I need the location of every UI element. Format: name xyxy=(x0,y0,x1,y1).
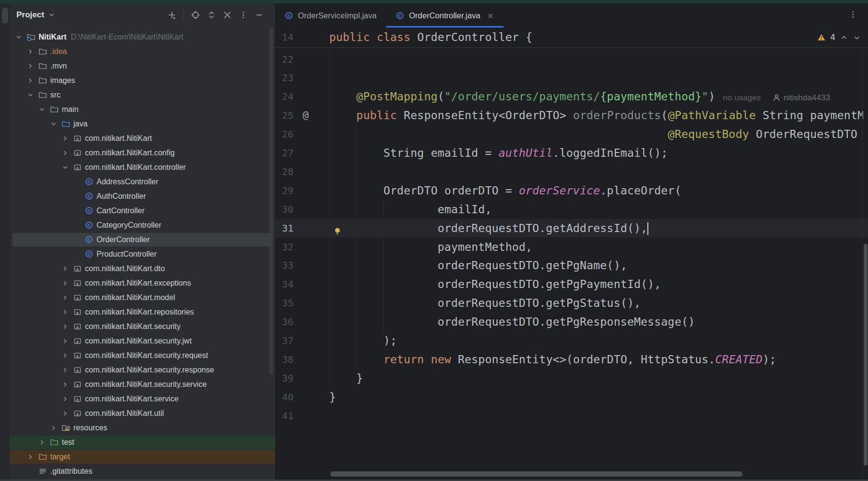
chevron-right-icon[interactable] xyxy=(62,367,69,373)
editor-vertical-scrollbar[interactable] xyxy=(864,244,868,466)
inspections-widget[interactable]: 4 xyxy=(817,27,861,47)
tree-item-resources[interactable]: resources xyxy=(10,421,275,435)
line-number[interactable]: 41 xyxy=(275,407,294,426)
chevron-down-icon[interactable] xyxy=(39,106,45,113)
line-number[interactable]: 23 xyxy=(275,69,294,87)
tree-item-categorycontroller[interactable]: CCategoryController xyxy=(10,218,275,233)
tree-item-nitikart[interactable]: NitiKartD:\NitiKart-Ecom\NitiKart\NitiKa… xyxy=(10,30,275,44)
chevron-down-icon[interactable] xyxy=(27,92,34,98)
line-number[interactable]: 36 xyxy=(275,313,294,331)
code-line-32[interactable]: 32 paymentMethod, xyxy=(275,238,868,257)
line-number[interactable]: 26 xyxy=(275,125,294,144)
code-line-28[interactable]: 28 xyxy=(275,163,868,181)
chevron-right-icon[interactable] xyxy=(27,454,34,460)
tree-item-target[interactable]: target xyxy=(10,450,275,464)
code-line-37[interactable]: 37 ); xyxy=(275,331,868,350)
tree-item-test[interactable]: test xyxy=(10,435,275,450)
line-number[interactable]: 40 xyxy=(275,388,294,407)
no-usages-hint[interactable]: no usages xyxy=(723,93,761,102)
tree-item-ordercontroller[interactable]: COrderController xyxy=(10,233,275,247)
line-number[interactable]: 24 xyxy=(275,87,294,106)
line-number[interactable]: 28 xyxy=(275,163,294,181)
tree-item-addresscontroller[interactable]: CAddressController xyxy=(10,175,275,189)
tree-item-com-nitikart-nitikart-exceptions[interactable]: com.nitikart.NitiKart.exceptions xyxy=(10,276,275,290)
tree-item-com-nitikart-nitikart-controller[interactable]: com.nitikart.NitiKart.controller xyxy=(10,160,275,175)
tree-item-com-nitikart-nitikart-model[interactable]: com.nitikart.NitiKart.model xyxy=(10,290,275,305)
tree-item--gitattributes[interactable]: .gitattributes xyxy=(10,464,275,479)
chevron-right-icon[interactable] xyxy=(62,280,69,287)
line-number[interactable]: 30 xyxy=(275,200,294,219)
tree-item-com-nitikart-nitikart-util[interactable]: com.nitikart.NitiKart.util xyxy=(10,406,275,421)
tree-item-com-nitikart-nitikart-security-jwt[interactable]: com.nitikart.NitiKart.security.jwt xyxy=(10,334,275,348)
tree-item-com-nitikart-nitikart-security-request[interactable]: com.nitikart.NitiKart.security.request xyxy=(10,348,275,363)
code-line-38[interactable]: 38 return new ResponseEntity<>(orderDTO,… xyxy=(275,350,868,369)
chevron-right-icon[interactable] xyxy=(62,410,69,417)
tree-item-com-nitikart-nitikart-service[interactable]: com.nitikart.NitiKart.service xyxy=(10,392,275,406)
chevron-right-icon[interactable] xyxy=(62,135,69,142)
chevron-right-icon[interactable] xyxy=(62,323,69,330)
chevron-right-icon[interactable] xyxy=(62,294,69,301)
chevron-right-icon[interactable] xyxy=(62,338,69,344)
chevron-right-icon[interactable] xyxy=(62,381,69,388)
line-number[interactable]: 38 xyxy=(275,350,294,369)
toolwindow-rail-handle[interactable] xyxy=(2,7,8,24)
chevron-down-icon[interactable] xyxy=(50,121,57,127)
project-panel-scrollbar[interactable] xyxy=(269,27,273,375)
code-line-33[interactable]: 33 orderRequestDTO.getPgName(), xyxy=(275,256,868,275)
tree-item-java[interactable]: java xyxy=(10,117,275,131)
line-number[interactable]: 32 xyxy=(275,238,294,257)
tree-item-com-nitikart-nitikart[interactable]: com.nitikart.NitiKart xyxy=(10,131,275,146)
line-number[interactable]: 35 xyxy=(275,294,294,313)
code-line-22[interactable]: 22 xyxy=(275,50,868,69)
code-line-26[interactable]: 26 @RequestBody OrderRequestDTO orderReq… xyxy=(275,125,868,144)
line-number[interactable]: 34 xyxy=(275,275,294,294)
line-number[interactable]: 22 xyxy=(275,50,294,69)
editor-horizontal-scrollbar[interactable] xyxy=(330,471,742,477)
line-number[interactable]: 25 xyxy=(275,106,294,125)
code-line-29[interactable]: 29 OrderDTO orderDTO = orderService.plac… xyxy=(275,181,868,200)
chevron-right-icon[interactable] xyxy=(39,439,45,446)
code-line-30[interactable]: 30 emailId, xyxy=(275,200,868,219)
tree-item-authcontroller[interactable]: CAuthController xyxy=(10,189,275,204)
line-number[interactable]: 33 xyxy=(275,256,294,275)
code-line-25[interactable]: 25@ public ResponseEntity<OrderDTO> orde… xyxy=(275,106,868,125)
chevron-right-icon[interactable] xyxy=(27,63,34,69)
code-line-41[interactable]: 41 xyxy=(275,407,868,426)
tree-item-com-nitikart-nitikart-dto[interactable]: com.nitikart.NitiKart.dto xyxy=(10,261,275,276)
chevron-right-icon[interactable] xyxy=(62,352,69,359)
tree-item-images[interactable]: images xyxy=(10,73,275,88)
tree-item-com-nitikart-nitikart-security[interactable]: com.nitikart.NitiKart.security xyxy=(10,319,275,334)
chevron-right-icon[interactable] xyxy=(62,150,69,156)
chevron-down-icon[interactable] xyxy=(15,34,22,41)
chevron-right-icon[interactable] xyxy=(27,77,34,84)
line-number[interactable]: 27 xyxy=(275,144,294,163)
line-number[interactable]: 39 xyxy=(275,369,294,388)
chevron-right-icon[interactable] xyxy=(62,309,69,316)
next-problem-icon[interactable] xyxy=(853,33,861,42)
tree-item-src[interactable]: src xyxy=(10,88,275,102)
tree-item-productcontroller[interactable]: CProductController xyxy=(10,247,275,261)
code-line-36[interactable]: 36 orderRequestDTO.getPgResponseMessage(… xyxy=(275,313,868,331)
tree-item-com-nitikart-nitikart-security-service[interactable]: com.nitikart.NitiKart.security.service xyxy=(10,377,275,392)
tree-item--idea[interactable]: .idea xyxy=(10,44,275,59)
chevron-down-icon[interactable] xyxy=(62,164,69,171)
code-line-39[interactable]: 39 } xyxy=(275,369,868,388)
line-number[interactable]: 29 xyxy=(275,181,294,200)
line-number[interactable]: 31 xyxy=(275,219,294,238)
chevron-right-icon[interactable] xyxy=(50,425,57,431)
tree-item-com-nitikart-nitikart-repositories[interactable]: com.nitikart.NitiKart.repositories xyxy=(10,305,275,319)
code-line-31[interactable]: 31 orderRequestDTO.getAddressId(), xyxy=(275,219,868,238)
tree-item-com-nitikart-nitikart-security-response[interactable]: com.nitikart.NitiKart.security.response xyxy=(10,363,275,377)
code-line-34[interactable]: 34 orderRequestDTO.getPgPaymentId(), xyxy=(275,275,868,294)
chevron-right-icon[interactable] xyxy=(62,396,69,402)
code-line-24[interactable]: 24 @PostMapping("/order/users/payments/{… xyxy=(275,87,868,106)
code-editor[interactable]: 222324 @PostMapping("/order/users/paymen… xyxy=(275,3,868,480)
tree-item-main[interactable]: main xyxy=(10,102,275,117)
prev-problem-icon[interactable] xyxy=(840,33,848,42)
code-line-23[interactable]: 23 xyxy=(275,69,868,87)
tree-item--mvn[interactable]: .mvn xyxy=(10,59,275,73)
code-line-27[interactable]: 27 String emailId = authUtil.loggedInEma… xyxy=(275,144,868,163)
code-line-40[interactable]: 40} xyxy=(275,388,868,407)
line-number[interactable]: 37 xyxy=(275,331,294,350)
tree-item-cartcontroller[interactable]: CCartController xyxy=(10,204,275,218)
